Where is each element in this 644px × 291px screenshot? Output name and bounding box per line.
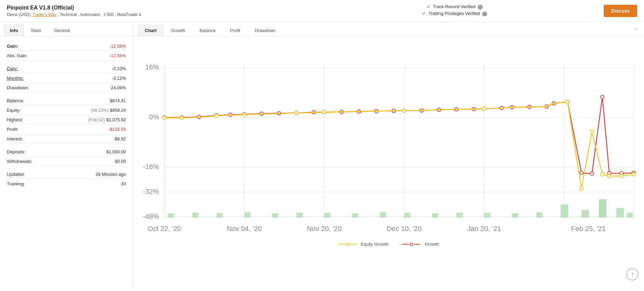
tab-stats[interactable]: Stats <box>25 25 47 36</box>
tab-general[interactable]: General <box>48 25 75 36</box>
gain-label: Gain: <box>7 44 18 49</box>
tab-growth[interactable]: Growth <box>164 25 192 36</box>
abs-gain-label: Abs. Gain: <box>7 53 28 58</box>
withdrawals-value: $0.00 <box>115 159 126 164</box>
daily-row: Daily: -0.10% <box>7 64 126 74</box>
balance-value: $874.41 <box>110 98 126 103</box>
interest-label: Interest: <box>7 136 23 141</box>
equity-dot <box>215 114 218 118</box>
tab-profit[interactable]: Profit <box>224 25 247 36</box>
header-right: Discuss <box>604 5 637 17</box>
header: Pinpoint EA V1.8 (Official) Demo (USD), … <box>0 0 644 22</box>
monthly-value: -3.12% <box>112 76 126 81</box>
interest-row: Interest: -$6.92 <box>7 134 126 144</box>
info-icon-trading[interactable]: i <box>482 12 487 16</box>
svg-text:-32%: -32% <box>143 187 159 195</box>
balance-label: Balance: <box>7 98 24 103</box>
svg-rect-30 <box>352 213 358 217</box>
interest-value: -$6.92 <box>113 136 126 141</box>
profit-label: Profit: <box>7 127 18 132</box>
main-content: Info Stats General Gain: -12.56% Abs. Ga… <box>0 22 644 286</box>
svg-rect-26 <box>244 212 251 218</box>
svg-rect-27 <box>272 213 278 217</box>
verified-track: ✔ Track Record Verified i <box>305 4 604 10</box>
page-title: Pinpoint EA V1.8 (Official) <box>7 5 305 11</box>
equity-dot <box>180 116 183 120</box>
updated-row: Updated: 28 Minutes ago <box>7 170 126 179</box>
svg-rect-40 <box>599 199 606 217</box>
info-icon-track[interactable]: i <box>478 5 483 10</box>
verified-track-label: Track Record Verified <box>433 4 476 9</box>
left-tabs: Info Stats General <box>0 22 133 36</box>
profit-row: Profit: -$125.59 <box>7 125 126 134</box>
growth-dot <box>590 172 593 175</box>
check-icon-track: ✔ <box>427 4 430 9</box>
equity-dot <box>566 100 569 104</box>
info-content: Gain: -12.56% Abs. Gain: -12.56% Daily: … <box>0 36 133 286</box>
abs-gain-value: -12.56% <box>110 53 126 58</box>
equity-dot <box>580 187 583 190</box>
abs-gain-row: Abs. Gain: -12.56% <box>7 51 126 61</box>
legend-equity: Equity Growth <box>338 242 389 247</box>
tab-balance[interactable]: Balance <box>193 25 222 36</box>
svg-text:-48%: -48% <box>143 212 159 220</box>
balance-row: Balance: $874.41 <box>7 96 126 106</box>
chart-options-button[interactable]: ··· <box>633 26 639 35</box>
discuss-button[interactable]: Discuss <box>604 5 637 17</box>
equity-dot <box>162 116 166 120</box>
deposits-value: $1,000.00 <box>106 149 126 154</box>
svg-text:0%: 0% <box>149 113 159 121</box>
svg-text:Nov 04, '20: Nov 04, '20 <box>227 225 262 232</box>
tab-info[interactable]: Info <box>4 25 24 36</box>
svg-text:Jan 20, '21: Jan 20, '21 <box>467 225 501 232</box>
svg-text:Nov 20, '20: Nov 20, '20 <box>307 225 342 232</box>
verified-section: ✔ Track Record Verified i ✔ Trading Priv… <box>305 4 604 18</box>
deposits-row: Deposits: $1,000.00 <box>7 147 126 157</box>
monthly-label[interactable]: Monthly: <box>7 76 24 81</box>
gain-row: Gain: -12.56% <box>7 42 126 51</box>
svg-rect-34 <box>456 213 462 218</box>
deposits-label: Deposits: <box>7 149 25 154</box>
svg-rect-31 <box>380 212 386 218</box>
traders-way-link[interactable]: Trader's Way <box>32 12 56 17</box>
daily-label[interactable]: Daily: <box>7 66 18 71</box>
drawdown-value: 24.06% <box>111 85 126 90</box>
withdrawals-row: Withdrawals: $0.00 <box>7 157 126 166</box>
subtitle-post: , Technical , Automated , 1:500 , MetaTr… <box>56 12 141 17</box>
equity-value: (98.15%) $858.24 <box>91 108 126 113</box>
legend-growth: Growth <box>402 242 439 247</box>
svg-text:Feb 25, '21: Feb 25, '21 <box>571 225 606 232</box>
scroll-up-button[interactable]: ↑ <box>626 268 639 280</box>
main-chart-svg: .grid-line { stroke: #e0e0e0; stroke-wid… <box>137 40 641 238</box>
svg-rect-24 <box>192 213 198 218</box>
svg-rect-23 <box>168 213 174 217</box>
withdrawals-label: Withdrawals: <box>7 159 32 164</box>
equity-dot <box>620 174 623 178</box>
svg-rect-37 <box>536 212 542 218</box>
left-panel: Info Stats General Gain: -12.56% Abs. Ga… <box>0 22 133 286</box>
chart-area: .grid-line { stroke: #e0e0e0; stroke-wid… <box>133 36 644 286</box>
equity-dot <box>243 113 246 117</box>
right-panel: Chart Growth Balance Profit Drawdown ···… <box>133 22 644 286</box>
equity-dot <box>483 107 486 110</box>
svg-rect-36 <box>512 213 518 217</box>
chart-legend: Equity Growth Growth <box>137 238 641 249</box>
svg-text:Dec 10, '20: Dec 10, '20 <box>387 225 421 232</box>
equity-dot <box>601 172 604 176</box>
subtitle-pre: Demo (USD), <box>7 12 32 17</box>
tab-chart[interactable]: Chart <box>139 25 163 36</box>
equity-dot <box>590 130 593 133</box>
verified-trading-label: Trading Privileges Verified <box>429 11 480 16</box>
svg-rect-25 <box>216 213 223 218</box>
tab-drawdown[interactable]: Drawdown <box>248 25 282 36</box>
highest-label: Highest: <box>7 117 23 122</box>
drawdown-row: Drawdown: 24.06% <box>7 83 126 93</box>
check-icon-trading: ✔ <box>422 11 426 16</box>
equity-dot <box>632 172 635 176</box>
updated-value: 28 Minutes ago <box>96 172 126 177</box>
highest-value: (Feb 02) $1,075.92 <box>88 117 126 122</box>
svg-rect-29 <box>324 213 330 218</box>
chart-tabs: Chart Growth Balance Profit Drawdown ··· <box>133 22 644 36</box>
svg-rect-32 <box>404 213 410 218</box>
svg-rect-38 <box>561 204 568 218</box>
